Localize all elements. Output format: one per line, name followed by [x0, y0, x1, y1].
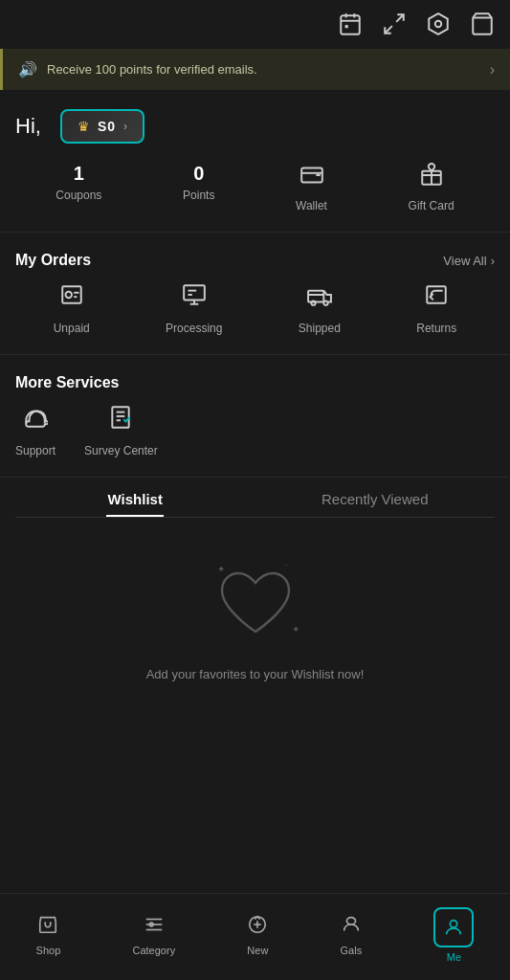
svg-line-6 — [385, 26, 392, 33]
giftcard-label: Gift Card — [409, 199, 455, 212]
services-grid: Support Survey Center — [0, 405, 510, 457]
order-processing[interactable]: Processing — [166, 282, 222, 335]
order-shipped[interactable]: Shipped — [299, 282, 341, 335]
membership-arrow-icon: › — [123, 120, 127, 133]
svg-rect-24 — [308, 291, 323, 302]
processing-icon — [182, 282, 207, 314]
membership-level: S0 — [98, 119, 116, 134]
svg-rect-28 — [428, 286, 447, 302]
returns-label: Returns — [416, 322, 456, 335]
support-label: Support — [15, 444, 55, 457]
empty-wishlist: ✦ · ✦ Add your favorites to your Wishlis… — [15, 537, 495, 720]
wallet-icon — [299, 163, 324, 193]
returns-icon — [424, 282, 449, 314]
view-all-chevron: › — [491, 254, 495, 268]
svg-point-16 — [65, 292, 72, 299]
svg-point-40 — [346, 918, 355, 924]
new-nav-label: New — [247, 945, 268, 956]
order-returns[interactable]: Returns — [416, 282, 456, 335]
sparkle-3: ✦ — [292, 624, 299, 635]
nav-shop[interactable]: Shop — [27, 910, 71, 960]
services-header: More Services — [0, 355, 510, 405]
points-value: 0 — [193, 163, 204, 185]
shop-icon — [37, 914, 58, 941]
wallet-label: Wallet — [296, 199, 327, 212]
view-all-label: View All — [443, 254, 486, 268]
tab-wishlist[interactable]: Wishlist — [15, 478, 255, 517]
tab-recently-viewed[interactable]: Recently Viewed — [255, 478, 496, 517]
processing-label: Processing — [166, 322, 222, 335]
order-unpaid[interactable]: Unpaid — [54, 282, 90, 335]
svg-rect-4 — [345, 25, 348, 28]
service-support[interactable]: Support — [15, 405, 55, 457]
notification-banner[interactable]: 🔊 Receive 100 points for verified emails… — [0, 49, 510, 90]
svg-rect-0 — [341, 15, 360, 34]
new-icon — [247, 914, 268, 941]
category-icon — [144, 914, 165, 941]
shipped-label: Shipped — [299, 322, 341, 335]
gals-nav-label: Gals — [341, 945, 363, 956]
services-section: More Services Support Survey Center — [0, 355, 510, 478]
banner-chevron-icon: › — [490, 61, 495, 78]
membership-card[interactable]: ♛ S0 › — [60, 109, 144, 144]
recently-viewed-tab-label: Recently Viewed — [322, 491, 428, 507]
top-icon-bar — [0, 0, 510, 49]
orders-header: My Orders View All › — [0, 233, 510, 282]
heart-container: ✦ · ✦ — [208, 556, 303, 652]
wishlist-section: Wishlist Recently Viewed ✦ · ✦ Add your … — [0, 478, 510, 720]
survey-label: Survey Center — [84, 444, 158, 457]
svg-point-11 — [317, 174, 319, 176]
view-all-orders[interactable]: View All › — [443, 254, 495, 268]
stat-wallet[interactable]: Wallet — [296, 163, 327, 212]
me-avatar-icon — [433, 907, 474, 947]
points-label: Points — [183, 189, 214, 202]
giftcard-icon — [419, 163, 444, 193]
bag-icon[interactable] — [470, 11, 495, 41]
svg-rect-19 — [184, 285, 205, 300]
nav-me[interactable]: Me — [424, 903, 483, 967]
coupons-label: Coupons — [55, 189, 101, 202]
svg-rect-29 — [113, 407, 129, 428]
crown-icon: ♛ — [78, 119, 90, 134]
hexagon-icon[interactable] — [426, 11, 451, 41]
orders-grid: Unpaid Processing Shipped Returns — [0, 282, 510, 355]
orders-title: My Orders — [15, 252, 91, 269]
bottom-spacer — [0, 720, 510, 796]
empty-heart-icon — [217, 569, 294, 638]
services-title: More Services — [15, 374, 120, 391]
unpaid-label: Unpaid — [54, 322, 90, 335]
profile-section: Hi, ♛ S0 › — [0, 90, 510, 153]
wishlist-tab-label: Wishlist — [108, 491, 163, 507]
nav-category[interactable]: Category — [123, 910, 186, 960]
nav-new[interactable]: New — [237, 910, 277, 960]
stat-coupons[interactable]: 1 Coupons — [55, 163, 101, 212]
svg-point-8 — [435, 21, 442, 28]
svg-marker-7 — [429, 13, 448, 34]
svg-point-26 — [323, 301, 327, 305]
service-survey[interactable]: Survey Center — [84, 405, 158, 457]
unpaid-icon — [59, 282, 84, 314]
bottom-nav: Shop Category New Gals Me — [0, 893, 510, 980]
sparkle-1: ✦ — [217, 564, 225, 574]
survey-icon — [108, 405, 133, 436]
coupons-value: 1 — [74, 163, 84, 185]
svg-point-25 — [311, 301, 315, 305]
shop-nav-label: Shop — [36, 945, 61, 956]
support-icon — [23, 405, 48, 436]
stats-row: 1 Coupons 0 Points Wallet Gift Card — [0, 153, 510, 233]
speaker-icon: 🔊 — [18, 60, 37, 78]
stat-giftcard[interactable]: Gift Card — [409, 163, 455, 212]
calendar-icon[interactable] — [338, 11, 363, 41]
me-nav-label: Me — [447, 951, 461, 963]
empty-wishlist-text: Add your favorites to your Wishlist now! — [146, 667, 365, 681]
expand-icon[interactable] — [382, 11, 407, 41]
category-nav-label: Category — [133, 945, 176, 956]
wishlist-tabs: Wishlist Recently Viewed — [15, 478, 495, 518]
svg-line-5 — [396, 14, 404, 22]
sparkle-2: · — [285, 560, 288, 570]
banner-text: Receive 100 points for verified emails. — [47, 62, 480, 77]
nav-gals[interactable]: Gals — [331, 910, 372, 960]
stat-points[interactable]: 0 Points — [183, 163, 214, 212]
gals-icon — [341, 914, 362, 941]
svg-point-41 — [451, 921, 457, 927]
